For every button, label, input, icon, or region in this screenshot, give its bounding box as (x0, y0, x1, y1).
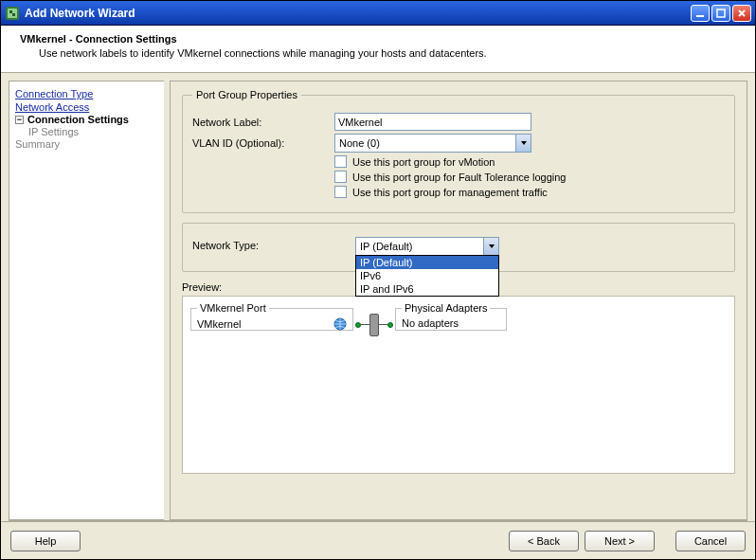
wizard-steps-sidebar: Connection Type Network Access − Connect… (9, 81, 164, 520)
network-type-option[interactable]: IP and IPv6 (356, 282, 498, 296)
preview-vswitch-connector (353, 308, 395, 342)
maximize-button[interactable] (711, 5, 730, 22)
svg-rect-3 (12, 13, 15, 16)
vlan-id-label: VLAN ID (Optional): (192, 137, 334, 149)
wizard-body: Connection Type Network Access − Connect… (1, 73, 755, 520)
preview-box: VMkernel Port VMkernel (182, 296, 735, 474)
network-type-value: IP (Default) (360, 241, 412, 252)
network-type-group: Network Type: IP (Default) IP (Default) … (182, 223, 735, 272)
wizard-footer: Help < Back Next > Cancel (1, 521, 755, 559)
preview-vmkernel-legend: VMkernel Port (197, 302, 269, 314)
app-icon (5, 6, 20, 21)
preview-phy-value: No adapters (402, 317, 459, 329)
vlan-id-select[interactable]: None (0) (334, 134, 531, 153)
preview-vmkernel-value: VMkernel (197, 318, 241, 330)
network-type-dropdown-list: IP (Default) IPv6 IP and IPv6 (355, 255, 499, 297)
wizard-header: VMkernel - Connection Settings Use netwo… (1, 26, 755, 73)
ft-logging-checkbox-label: Use this port group for Fault Tolerance … (352, 172, 566, 183)
step-connection-settings-label: Connection Settings (27, 114, 129, 125)
network-type-option[interactable]: IPv6 (356, 269, 498, 282)
connector-dot-icon (387, 322, 393, 328)
step-connection-type[interactable]: Connection Type (15, 87, 158, 100)
management-traffic-checkbox[interactable] (334, 186, 347, 198)
network-type-option[interactable]: IP (Default) (356, 256, 498, 269)
network-type-label: Network Type: (192, 237, 355, 251)
network-label-label: Network Label: (192, 117, 334, 128)
tree-collapse-icon[interactable]: − (15, 116, 24, 124)
svg-rect-4 (696, 15, 704, 17)
preview-physical-adapters: Physical Adapters No adapters (395, 302, 507, 331)
vlan-id-value: None (0) (339, 137, 380, 149)
preview-vmkernel-port: VMkernel Port VMkernel (190, 302, 353, 331)
port-group-properties: Port Group Properties Network Label: VLA… (182, 89, 735, 213)
page-subtitle: Use network labels to identify VMkernel … (39, 47, 736, 59)
connector-dot-icon (355, 322, 361, 328)
network-label-input[interactable] (334, 113, 531, 131)
page-title: VMkernel - Connection Settings (20, 33, 736, 45)
wizard-window: Add Network Wizard VMkernel - Connection… (0, 0, 756, 560)
svg-rect-5 (717, 9, 725, 17)
window-title: Add Network Wizard (25, 7, 691, 20)
globe-icon (333, 317, 347, 331)
vswitch-icon (369, 314, 379, 336)
port-group-legend: Port Group Properties (192, 89, 301, 100)
network-type-select[interactable]: IP (Default) (355, 237, 499, 256)
preview-phy-legend: Physical Adapters (402, 302, 490, 314)
next-button[interactable]: Next > (585, 531, 655, 551)
step-network-access[interactable]: Network Access (15, 100, 158, 114)
step-summary: Summary (15, 138, 158, 150)
window-buttons (691, 5, 751, 22)
close-button[interactable] (732, 5, 751, 22)
titlebar: Add Network Wizard (1, 1, 755, 26)
help-button[interactable]: Help (10, 531, 81, 551)
main-pane: Port Group Properties Network Label: VLA… (170, 81, 747, 520)
ft-logging-checkbox[interactable] (334, 171, 347, 183)
vmotion-checkbox-label: Use this port group for vMotion (352, 156, 495, 168)
step-connection-settings: − Connection Settings (15, 114, 158, 125)
vmotion-checkbox[interactable] (334, 155, 347, 168)
management-traffic-checkbox-label: Use this port group for management traff… (352, 187, 548, 198)
cancel-button[interactable]: Cancel (675, 531, 746, 551)
back-button[interactable]: < Back (509, 531, 579, 551)
step-ip-settings: IP Settings (28, 125, 158, 138)
dropdown-arrow-icon (483, 238, 498, 255)
svg-rect-2 (9, 10, 12, 13)
minimize-button[interactable] (691, 5, 710, 22)
dropdown-arrow-icon (515, 135, 531, 152)
